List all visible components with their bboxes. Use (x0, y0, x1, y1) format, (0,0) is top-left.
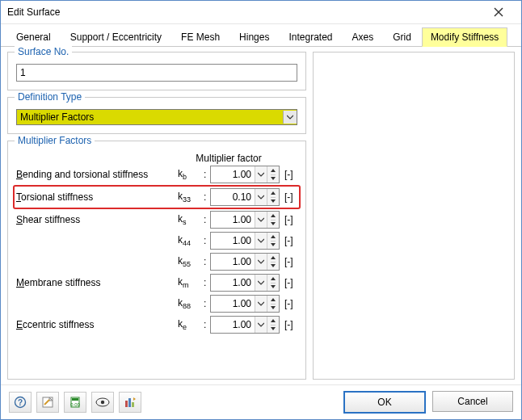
factor-symbol: ks (178, 213, 204, 226)
spinner-icon[interactable] (267, 254, 279, 270)
factor-symbol: km (178, 276, 204, 289)
tab-axes[interactable]: Axes (343, 27, 383, 46)
factor-value: 1.00 (211, 256, 255, 267)
factor-input[interactable]: 1.00 (210, 211, 280, 229)
factor-row: Shear stiffnessks:1.00[-] (16, 209, 297, 230)
factor-row: k88:1.00[-] (16, 293, 297, 314)
factor-unit: [-] (284, 235, 293, 246)
chevron-down-icon[interactable] (255, 212, 267, 228)
factor-value: 1.00 (211, 277, 255, 288)
factor-input[interactable]: 1.00 (210, 166, 280, 183)
factor-value: 1.00 (211, 235, 255, 246)
close-button[interactable] (482, 1, 515, 23)
svg-text:0.00: 0.00 (70, 402, 80, 407)
factor-symbol: k44 (178, 234, 204, 247)
dialog-body: Surface No. Definition Type Multiplier F… (1, 47, 521, 384)
factor-unit: [-] (284, 214, 293, 225)
factor-row: Torsional stiffnessk33:0.10[-] (13, 185, 301, 209)
spinner-icon[interactable] (267, 233, 279, 249)
factor-symbol: k55 (178, 255, 204, 268)
tab-bar: GeneralSupport / EccentricityFE MeshHing… (1, 24, 521, 47)
factor-label: Torsional stiffness (16, 191, 178, 203)
group-legend: Surface No. (15, 46, 72, 57)
tab-fe-mesh[interactable]: FE Mesh (172, 27, 229, 46)
group-definition-type: Definition Type Multiplier Factors (7, 97, 306, 134)
left-column: Surface No. Definition Type Multiplier F… (7, 52, 306, 380)
definition-type-value: Multiplier Factors (20, 111, 94, 123)
svg-point-10 (101, 401, 104, 404)
window-title: Edit Surface (7, 1, 60, 23)
chevron-down-icon[interactable] (255, 189, 267, 205)
factor-input[interactable]: 1.00 (210, 274, 280, 292)
help-icon: ? (14, 396, 27, 409)
factor-input[interactable]: 1.00 (210, 295, 280, 313)
factor-value: 1.00 (211, 214, 255, 225)
tab-integrated[interactable]: Integrated (280, 27, 341, 46)
factor-label: Shear stiffness (16, 214, 178, 225)
cancel-button[interactable]: Cancel (432, 391, 513, 412)
factor-unit: [-] (284, 298, 293, 309)
group-surface-no: Surface No. (7, 52, 306, 90)
factor-unit: [-] (284, 277, 293, 288)
factor-value: 0.10 (211, 191, 255, 203)
tab-modify-stiffness[interactable]: Modify Stiffness (422, 27, 507, 47)
tab-support-eccentricity[interactable]: Support / Eccentricity (61, 27, 170, 46)
factor-input[interactable]: 1.00 (210, 232, 280, 250)
chevron-down-icon[interactable] (255, 296, 267, 312)
svg-rect-12 (128, 398, 131, 407)
spinner-icon[interactable] (267, 189, 279, 205)
definition-type-select[interactable]: Multiplier Factors (16, 109, 297, 125)
calc-button[interactable]: 0.00 (64, 392, 86, 413)
note-button[interactable] (36, 392, 59, 413)
chevron-down-icon[interactable] (255, 233, 267, 249)
svg-rect-7 (72, 398, 78, 401)
titlebar: Edit Surface (1, 1, 521, 24)
factor-label: Eccentric stiffness (16, 319, 178, 330)
factor-unit: [-] (284, 256, 293, 267)
eye-icon (95, 397, 110, 407)
chevron-down-icon[interactable] (255, 166, 267, 183)
factor-unit: [-] (284, 319, 293, 330)
tab-general[interactable]: General (7, 27, 60, 46)
group-legend: Multiplier Factors (15, 135, 95, 146)
factor-unit: [-] (284, 169, 293, 180)
chevron-down-icon[interactable] (255, 254, 267, 270)
view-button[interactable] (91, 392, 114, 413)
chevron-down-icon[interactable] (255, 317, 267, 333)
factor-row: Membrane stiffnesskm:1.00[-] (16, 272, 297, 293)
spinner-icon[interactable] (267, 296, 279, 312)
factor-row: Eccentric stiffnesske:1.00[-] (16, 314, 297, 335)
group-legend: Definition Type (15, 91, 85, 103)
help-button[interactable]: ? (9, 392, 32, 413)
chevron-down-icon (283, 111, 297, 124)
anim-button[interactable] (119, 392, 141, 413)
svg-rect-13 (132, 402, 134, 407)
factor-input[interactable]: 0.10 (210, 188, 280, 206)
close-icon (494, 7, 503, 17)
spinner-icon[interactable] (267, 275, 279, 291)
spinner-icon[interactable] (267, 166, 279, 183)
factor-row: k44:1.00[-] (16, 230, 297, 251)
preview-panel (313, 52, 515, 380)
factor-row: Bending and torsional stiffnesskb:1.00[-… (16, 164, 297, 185)
group-multiplier-factors: Multiplier Factors Multiplier factor Ben… (7, 141, 306, 380)
svg-text:?: ? (18, 398, 23, 407)
chevron-down-icon[interactable] (255, 275, 267, 291)
spinner-icon[interactable] (267, 212, 279, 228)
ok-button[interactable]: OK (343, 391, 426, 414)
factor-column-header: Multiplier factor (192, 153, 265, 164)
factor-label: Bending and torsional stiffness (16, 169, 178, 180)
calc-icon: 0.00 (69, 396, 82, 409)
factor-unit: [-] (284, 191, 293, 203)
surface-no-input[interactable] (16, 64, 297, 82)
dialog-window: Edit Surface GeneralSupport / Eccentrici… (0, 0, 522, 420)
tab-grid[interactable]: Grid (384, 27, 420, 46)
factor-input[interactable]: 1.00 (210, 316, 280, 334)
factor-symbol: k33 (178, 191, 204, 204)
anim-icon (124, 396, 137, 409)
tab-hinges[interactable]: Hinges (230, 27, 278, 46)
factor-symbol: ke (178, 318, 204, 331)
note-icon (41, 396, 54, 409)
factor-input[interactable]: 1.00 (210, 253, 280, 271)
spinner-icon[interactable] (267, 317, 279, 333)
